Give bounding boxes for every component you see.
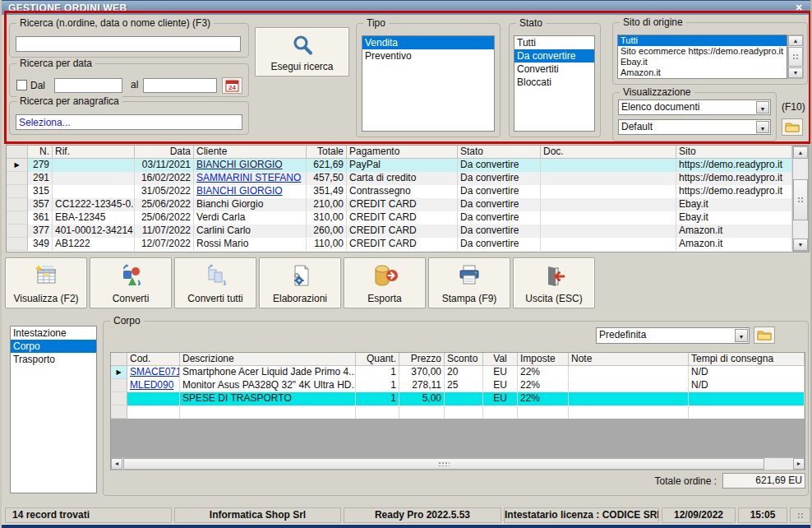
- scroll-down-icon[interactable]: ▼: [793, 239, 808, 251]
- orders-header-doc[interactable]: Doc.: [541, 146, 676, 159]
- scroll-right-icon[interactable]: ►: [793, 458, 805, 470]
- esporta-label: Esporta: [344, 293, 425, 304]
- sito-item-ebay[interactable]: Ebay.it: [618, 57, 787, 67]
- corpo-header-val[interactable]: Val: [483, 353, 518, 366]
- uscita-button[interactable]: Uscita (ESC): [513, 257, 595, 308]
- corpo-header-selector[interactable]: [111, 353, 127, 366]
- row-selector[interactable]: [7, 238, 28, 251]
- tipo-item-vendita[interactable]: Vendita: [362, 36, 494, 49]
- esegui-ricerca-button[interactable]: Esegui ricerca: [255, 27, 349, 76]
- row-selector-arrow-icon[interactable]: ▶: [111, 366, 127, 379]
- sito-scrollbar[interactable]: ▲ ▼: [787, 35, 804, 79]
- layout-combo[interactable]: Default ▼: [618, 119, 771, 135]
- orders-scroll-thumb[interactable]: [793, 179, 808, 220]
- row-selector-arrow-icon[interactable]: ▶: [7, 159, 28, 172]
- sito-scroll-thumb[interactable]: [788, 47, 803, 67]
- corpo-header-sconto[interactable]: Sconto: [445, 353, 483, 366]
- exit-door-icon: [542, 264, 566, 289]
- converti-tutti-button[interactable]: Converti tutti: [174, 257, 256, 308]
- chevron-down-icon[interactable]: ▼: [756, 101, 769, 113]
- stampa-button[interactable]: Stampa (F9): [428, 257, 510, 308]
- window-title: GESTIONE ORDINI WEB: [8, 2, 127, 14]
- corpo-header-quant[interactable]: Quant.: [356, 353, 399, 366]
- stato-item-da-convertire[interactable]: Da convertire: [514, 49, 594, 63]
- corpo-header-imposte[interactable]: Imposte: [518, 353, 569, 366]
- orders-header-totale[interactable]: Totale: [307, 146, 347, 159]
- close-icon[interactable]: ✕: [792, 2, 805, 14]
- cliente-link[interactable]: BIANCHI GIORGIO: [194, 185, 307, 198]
- row-selector[interactable]: [7, 185, 28, 198]
- esegui-ricerca-label: Esegui ricerca: [256, 61, 348, 72]
- calendar-button[interactable]: 24: [222, 77, 242, 94]
- cod-link[interactable]: SMACE071: [127, 366, 180, 379]
- section-item-corpo[interactable]: Corpo: [11, 340, 96, 353]
- corpo-grid-empty-area: [111, 419, 805, 457]
- cod-link[interactable]: MLED090: [127, 379, 180, 392]
- esporta-button[interactable]: Esporta: [344, 257, 426, 308]
- stampa-label: Stampa (F9): [429, 293, 510, 304]
- corpo-header-descrizione[interactable]: Descrizione: [180, 353, 356, 366]
- date-to-input[interactable]: [143, 78, 217, 93]
- scroll-up-icon[interactable]: ▲: [788, 35, 803, 46]
- cell-n: 377: [28, 225, 53, 238]
- sito-item-amazon[interactable]: Amazon.it: [618, 67, 787, 78]
- visualizzazione-combo[interactable]: Elenco documenti ▼: [618, 100, 771, 115]
- search-input[interactable]: [16, 36, 241, 52]
- cell-doc: [541, 159, 676, 172]
- chevron-down-icon[interactable]: ▼: [756, 121, 769, 133]
- cell-n: 357: [28, 198, 53, 211]
- stato-item-convertiti[interactable]: Convertiti: [514, 63, 594, 76]
- layout-folder-button[interactable]: [782, 118, 803, 136]
- scroll-left-icon[interactable]: ◄: [111, 458, 122, 470]
- tipo-item-preventivo[interactable]: Preventivo: [362, 49, 494, 63]
- corpo-header-tempi[interactable]: Tempi di consegna: [689, 353, 805, 366]
- scroll-down-icon[interactable]: ▼: [788, 67, 803, 78]
- row-selector[interactable]: [7, 225, 28, 238]
- dal-checkbox[interactable]: [16, 80, 27, 90]
- stato-item-bloccati[interactable]: Bloccati: [514, 76, 594, 89]
- table-row[interactable]: MLED090 Monitor Asus PA328Q 32" 4K Ultra…: [111, 379, 806, 392]
- anagrafica-input[interactable]: [16, 114, 242, 130]
- cell-imposte: 22%: [518, 366, 569, 379]
- row-selector[interactable]: [7, 198, 28, 211]
- corpo-header-prezzo[interactable]: Prezzo: [399, 353, 445, 366]
- row-selector[interactable]: [111, 405, 127, 419]
- orders-header-n[interactable]: N.: [28, 146, 53, 159]
- corpo-scroll-thumb[interactable]: [123, 458, 764, 470]
- orders-header-sito[interactable]: Sito: [676, 146, 792, 159]
- orders-header-selector[interactable]: [7, 146, 28, 159]
- row-selector[interactable]: [111, 379, 127, 392]
- elaborazioni-button[interactable]: Elaborazioni: [259, 257, 341, 308]
- sito-item-ecommerce[interactable]: Sito ecommerce https://demo.readypro.it: [618, 46, 787, 57]
- converti-button[interactable]: Converti: [90, 257, 172, 308]
- row-selector[interactable]: [7, 211, 28, 225]
- corpo-hscrollbar[interactable]: ◄ ►: [111, 457, 805, 470]
- orders-header-data[interactable]: Data: [135, 146, 194, 159]
- table-row[interactable]: ▶ SMACE071 Smartphone Acer Liquid Jade P…: [111, 366, 806, 379]
- chevron-down-icon[interactable]: ▼: [735, 329, 748, 342]
- search-icon: [290, 34, 315, 58]
- orders-header-cliente[interactable]: Cliente: [194, 146, 307, 159]
- corpo-header-cod[interactable]: Cod.: [127, 353, 180, 366]
- row-selector[interactable]: [111, 392, 127, 405]
- orders-header-rif[interactable]: Rif.: [53, 146, 135, 159]
- stato-legend: Stato: [516, 17, 546, 29]
- orders-header-stato[interactable]: Stato: [458, 146, 541, 159]
- orders-scrollbar[interactable]: ▲ ▼: [792, 146, 809, 252]
- table-row[interactable]: SPESE DI TRASPORTO 1 5,00 EU 22%: [111, 392, 806, 405]
- preset-folder-button[interactable]: [754, 327, 775, 344]
- section-item-intestazione[interactable]: Intestazione: [11, 327, 96, 340]
- corpo-header-note[interactable]: Note: [569, 353, 689, 366]
- cliente-link[interactable]: SAMMARINI STEFANO: [194, 172, 307, 185]
- preset-combo[interactable]: Predefinita ▼: [596, 327, 750, 344]
- section-item-trasporto[interactable]: Trasporto: [11, 353, 96, 366]
- visualizza-button[interactable]: Visualizza (F2): [5, 257, 87, 308]
- sito-item-tutti[interactable]: Tutti: [618, 35, 787, 46]
- scroll-up-icon[interactable]: ▲: [793, 146, 808, 159]
- cliente-link[interactable]: BIANCHI GIORGIO: [194, 159, 307, 172]
- cell-pagamento: PayPal: [347, 159, 458, 172]
- orders-header-pagamento[interactable]: Pagamento: [347, 146, 458, 159]
- date-from-input[interactable]: [54, 78, 122, 93]
- row-selector[interactable]: [7, 172, 28, 185]
- stato-item-tutti[interactable]: Tutti: [514, 36, 594, 49]
